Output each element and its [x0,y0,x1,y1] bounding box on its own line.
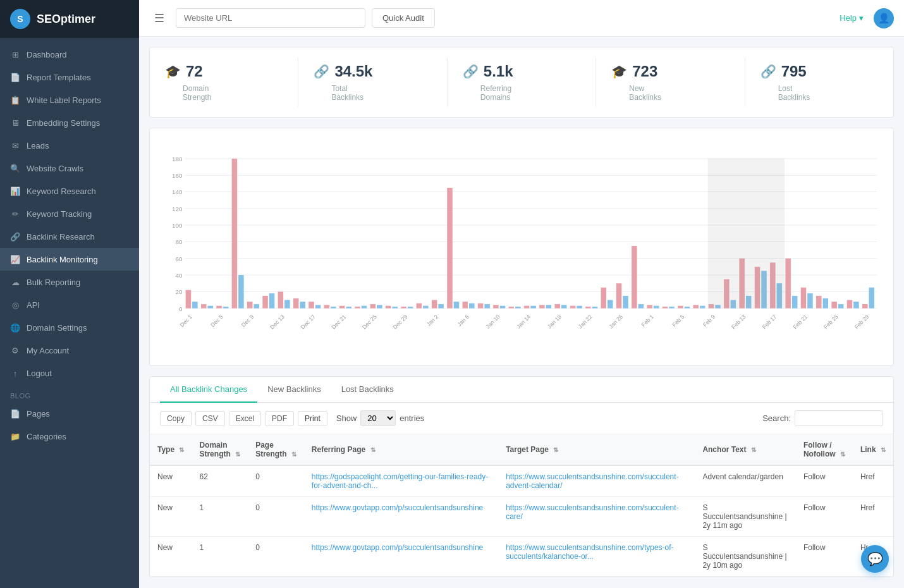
new-bar-28 [616,283,622,308]
sidebar-item-domain-settings[interactable]: 🌐Domain Settings [0,316,139,339]
tab-lost[interactable]: Lost Backlinks [331,377,404,403]
cell-1-3: https://www.govtapp.com/p/succulentsands… [304,497,498,537]
svg-text:120: 120 [172,205,183,212]
col-header-2[interactable]: PageStrength ⇅ [248,434,304,465]
new-bar-10 [339,306,345,309]
user-avatar[interactable]: 👤 [874,8,894,28]
sidebar-item-dashboard[interactable]: ⊞Dashboard [0,43,139,66]
svg-text:Jan 22: Jan 22 [577,314,594,330]
domain-settings-icon: 🌐 [10,322,20,333]
menu-button[interactable]: ☰ [149,9,169,28]
sidebar-label-dashboard: Dashboard [27,50,67,59]
svg-text:40: 40 [176,272,183,279]
new-backlinks-icon: 🎓 [611,64,627,79]
sidebar-item-bulk-reporting[interactable]: ☁Bulk Reporting [0,271,139,293]
sidebar-item-white-label-reports[interactable]: 📋White Label Reports [0,89,139,111]
sidebar-label-backlink-monitoring: Backlink Monitoring [27,255,98,264]
new-bar-20 [493,305,499,308]
target-link-0[interactable]: https://www.succulentsandsunshine.com/su… [506,472,678,490]
new-bar-4 [247,302,253,309]
sidebar-label-api: API [27,300,40,310]
website-crawls-icon: 🔍 [10,163,20,173]
sidebar-item-leads[interactable]: ✉Leads [0,134,139,157]
col-header-3[interactable]: Referring Page ⇅ [304,434,498,465]
logo-icon: S [10,9,30,29]
main-area: ☰ Quick Audit Help ▾ 👤 🎓 72 DomainStreng… [139,0,904,588]
stats-row: 🎓 72 DomainStrength 🔗 34.5k TotalBacklin… [149,47,894,118]
entries-select[interactable]: 2050100 [360,410,396,426]
copy-button[interactable]: Copy [160,411,192,426]
sidebar-item-backlink-monitoring[interactable]: 📈Backlink Monitoring [0,248,139,271]
stat-card-domain-strength: 🎓 72 DomainStrength [150,58,298,107]
sidebar-item-api[interactable]: ◎API [0,293,139,316]
show-label: Show [336,413,357,423]
col-header-7[interactable]: Link ⇅ [853,434,893,465]
svg-text:Feb 5: Feb 5 [671,314,685,328]
lost-bar-3 [238,275,244,309]
sidebar-label-backlink-research: Backlink Research [27,232,95,242]
stat-card-total-backlinks: 🔗 34.5k TotalBacklinks [298,58,447,107]
leads-icon: ✉ [10,140,20,150]
total-backlinks-icon: 🔗 [314,64,329,79]
col-header-5[interactable]: Anchor Text ⇅ [695,434,796,465]
sidebar-label-my-account: My Account [27,346,69,355]
total-backlinks-value: 34.5k [334,63,372,80]
sidebar-item-my-account[interactable]: ⚙My Account [0,339,139,362]
tabs-header: All Backlink ChangesNew BacklinksLost Ba… [150,377,893,403]
cell-1-4: https://www.succulentsandsunshine.com/su… [498,497,695,537]
referring-link-0[interactable]: https://godspacelight.com/getting-our-fa… [312,472,488,490]
cell-0-4: https://www.succulentsandsunshine.com/su… [498,465,695,497]
categories-icon: 📁 [10,431,20,441]
url-input[interactable] [176,8,365,28]
help-button[interactable]: Help ▾ [840,13,864,23]
referring-link-1[interactable]: https://www.govtapp.com/p/succulentsands… [312,503,484,512]
pdf-button[interactable]: PDF [265,411,294,426]
cell-0-3: https://godspacelight.com/getting-our-fa… [304,465,498,497]
sidebar-item-backlink-research[interactable]: 🔗Backlink Research [0,225,139,248]
new-bar-25 [570,306,576,309]
cell-1-6: Follow [796,497,853,537]
lost-bar-24 [561,305,567,308]
lost-bar-27 [608,300,613,308]
sidebar-item-keyword-tracking[interactable]: ✏Keyword Tracking [0,202,139,225]
target-link-1[interactable]: https://www.succulentsandsunshine.com/su… [506,503,678,521]
cell-2-6: Follow [796,537,853,577]
col-header-0[interactable]: Type ⇅ [150,434,192,465]
sidebar-item-logout[interactable]: ↑Logout [0,362,139,384]
sidebar-item-report-templates[interactable]: 📄Report Templates [0,66,139,89]
lost-bar-42 [838,304,844,309]
lost-bar-18 [469,303,475,309]
sidebar-label-pages: Pages [27,409,50,419]
quick-audit-button[interactable]: Quick Audit [372,8,435,28]
lost-bar-1 [207,306,213,309]
chat-bubble[interactable]: 💬 [861,545,889,573]
target-link-2[interactable]: https://www.succulentsandsunshine.com/ty… [506,543,673,561]
new-bar-6 [278,291,284,308]
stat-top-referring-domains: 🔗 5.1k [463,63,580,80]
white-label-reports-icon: 📋 [10,95,20,105]
sidebar-item-keyword-research[interactable]: 📊Keyword Research [0,180,139,202]
lost-bar-13 [392,307,398,309]
table-controls: Copy CSV Excel PDF Print Show 2050100 en… [150,403,893,434]
print-button[interactable]: Print [298,411,327,426]
table-row: New10https://www.govtapp.com/p/succulent… [150,497,893,537]
csv-button[interactable]: CSV [195,411,225,426]
sidebar-item-embedding-settings[interactable]: 🖥Embedding Settings [0,111,139,134]
referring-link-2[interactable]: https://www.govtapp.com/p/succulentsands… [312,543,484,552]
new-bar-9 [324,305,330,308]
sidebar-item-website-crawls[interactable]: 🔍Website Crawls [0,157,139,180]
my-account-icon: ⚙ [10,345,20,355]
sidebar-blog-label: Blog [0,384,139,402]
col-header-6[interactable]: Follow /Nofollow ⇅ [796,434,853,465]
tab-all[interactable]: All Backlink Changes [160,377,257,403]
col-header-1[interactable]: DomainStrength ⇅ [192,434,248,465]
sidebar-item-categories[interactable]: 📁Categories [0,425,139,448]
lost-backlinks-label: LostBacklinks [760,84,878,102]
search-input[interactable] [795,410,883,426]
lost-bar-15 [423,306,429,309]
excel-button[interactable]: Excel [229,411,261,426]
col-header-4[interactable]: Target Page ⇅ [498,434,695,465]
lost-bar-12 [377,305,382,308]
tab-new[interactable]: New Backlinks [257,377,331,403]
sidebar-item-pages[interactable]: 📄Pages [0,402,139,425]
